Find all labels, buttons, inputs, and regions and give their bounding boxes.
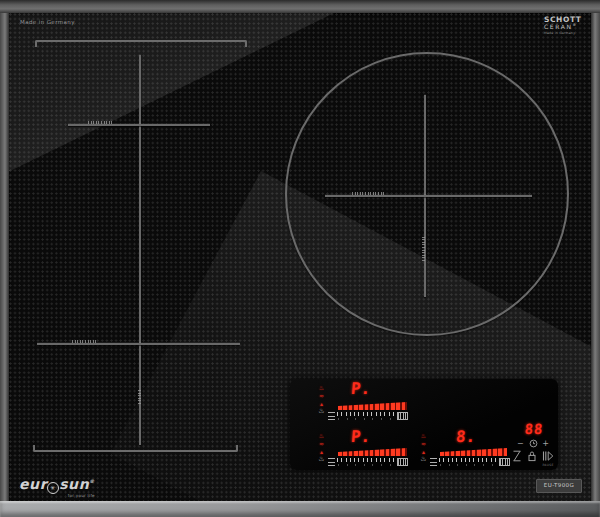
large-zone-ring xyxy=(285,52,569,336)
model-number-badge: EU-T900G xyxy=(536,479,582,493)
keep-warm-icon[interactable]: ♨ xyxy=(319,384,324,391)
zone-front-left-level-bar xyxy=(338,448,407,456)
simmer-icon[interactable]: ≈ xyxy=(319,440,324,447)
frame-left-edge xyxy=(0,0,9,517)
clock-icon xyxy=(529,439,538,448)
chef-function-icon[interactable]: ♨ xyxy=(420,456,426,463)
keep-warm-icon[interactable]: ♨ xyxy=(421,432,426,439)
zone-microtext xyxy=(352,192,385,195)
flex-zone-top-bracket xyxy=(35,40,247,47)
zone-rear-left-function-keys[interactable]: ♨ ≈ ▴ ♨ xyxy=(316,384,327,415)
eurosun-fan-o-icon: ✳ xyxy=(47,482,59,494)
flex-zone-center-line xyxy=(139,55,141,445)
timer-adjust-keys: − + xyxy=(517,439,549,448)
timer-minus-button[interactable]: − xyxy=(517,440,524,448)
melt-icon[interactable]: ▴ xyxy=(320,400,323,407)
frame-right-edge xyxy=(591,0,600,517)
zone-front-right-function-keys[interactable]: ♨ ≈ ▴ ♨ xyxy=(418,432,429,463)
timer-plus-button[interactable]: + xyxy=(542,440,549,448)
zone-microtext xyxy=(72,340,98,343)
induction-hob: Made in Germany SCHOTT CERAN® Made in Ge… xyxy=(0,0,600,517)
touch-control-panel: ♨ ≈ ▴ ♨ P. ♨ ≈ ▴ ♨ P. xyxy=(290,379,558,470)
zone-rear-left-level-bar xyxy=(338,402,407,410)
simmer-icon[interactable]: ≈ xyxy=(319,392,324,399)
zone-rear-left-power-display: P. xyxy=(350,379,371,398)
frame-front-edge xyxy=(0,501,600,517)
slider-scale-ticks[interactable] xyxy=(337,458,395,467)
common-function-keys: PAUSE xyxy=(512,450,554,467)
zone-rear-left-power-slider[interactable] xyxy=(328,411,408,421)
zone-front-left-function-keys[interactable]: ♨ ≈ ▴ ♨ xyxy=(316,432,327,463)
zone-front-left-power-display: P. xyxy=(350,427,371,446)
flex-zone-rear-cross-line xyxy=(68,124,210,126)
zone-front-right-power-display: 8. xyxy=(455,427,476,446)
pause-label: PAUSE xyxy=(542,463,553,467)
zone-microtext xyxy=(138,389,141,404)
keep-warm-icon[interactable]: ♨ xyxy=(319,432,324,439)
slider-boost-icon[interactable] xyxy=(397,458,408,466)
timer-display: 88 xyxy=(517,421,550,437)
eurosun-logo: eur✳sun® for your life xyxy=(19,476,95,498)
large-zone-cross-horizontal xyxy=(325,195,532,197)
zone-front-right-level-bar xyxy=(440,448,507,456)
zone-front-right-power-slider[interactable] xyxy=(430,457,510,467)
slider-off-icon[interactable] xyxy=(430,458,437,466)
frame-top-edge xyxy=(0,0,600,13)
melt-icon[interactable]: ▴ xyxy=(320,448,323,455)
made-in-germany-label: Made in Germany xyxy=(20,19,75,25)
slider-scale-ticks[interactable] xyxy=(439,458,497,467)
schott-ceran-logo: SCHOTT CERAN® Made in Germany xyxy=(544,16,582,35)
zone-front-left-power-slider[interactable] xyxy=(328,457,408,467)
simmer-icon[interactable]: ≈ xyxy=(421,440,426,447)
minute-minder-button[interactable] xyxy=(512,450,522,462)
slider-boost-icon[interactable] xyxy=(397,412,408,420)
chef-function-icon[interactable]: ♨ xyxy=(318,408,324,415)
pause-play-button[interactable]: PAUSE xyxy=(542,450,554,467)
ceramic-glass-surface: Made in Germany SCHOTT CERAN® Made in Ge… xyxy=(9,13,591,501)
melt-icon[interactable]: ▴ xyxy=(422,448,425,455)
schott-logo-line3: Made in Germany xyxy=(544,32,582,35)
slider-off-icon[interactable] xyxy=(328,458,335,466)
chef-function-icon[interactable]: ♨ xyxy=(318,456,324,463)
child-lock-button[interactable] xyxy=(527,450,537,462)
zone-microtext xyxy=(422,235,425,261)
schott-logo-line2: CERAN® xyxy=(544,24,582,30)
flex-zone-bottom-bracket xyxy=(33,445,238,452)
zone-microtext xyxy=(88,121,112,124)
slider-boost-icon[interactable] xyxy=(499,458,510,466)
slider-scale-ticks[interactable] xyxy=(337,412,395,421)
slider-off-icon[interactable] xyxy=(328,412,335,420)
flex-zone-front-cross-line xyxy=(37,343,240,345)
